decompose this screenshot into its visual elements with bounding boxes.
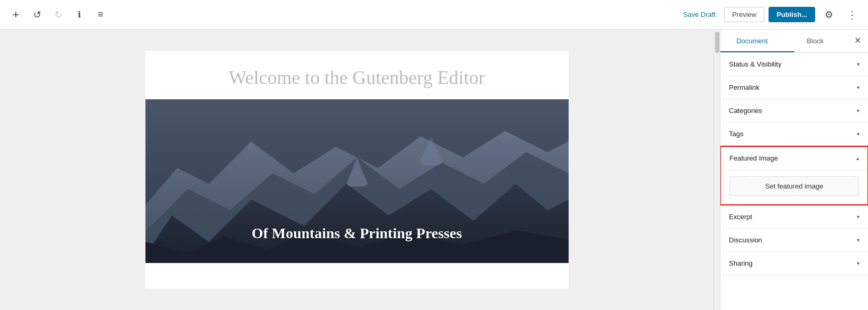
section-label-permalink: Permalink	[729, 83, 760, 91]
toolbar: + ↺ ↻ ℹ ≡ Save Draft Preview Publish... …	[0, 0, 868, 30]
info-button[interactable]: ℹ	[70, 5, 89, 24]
undo-button[interactable]: ↺	[28, 5, 47, 24]
section-label-categories: Categories	[729, 107, 762, 115]
add-block-button[interactable]: +	[6, 5, 25, 24]
section-label-tags: Tags	[729, 130, 743, 138]
undo-icon: ↺	[33, 9, 41, 21]
chevron-down-icon: ▾	[857, 61, 860, 67]
image-overlay-caption: Of Mountains & Printing Presses	[145, 225, 569, 242]
add-icon: +	[13, 8, 20, 22]
chevron-down-icon: ▾	[857, 214, 860, 220]
save-draft-button[interactable]: Save Draft	[679, 7, 720, 22]
chevron-down-icon: ▾	[857, 237, 860, 243]
toolbar-right: Save Draft Preview Publish... ⚙ ⋮	[679, 5, 862, 24]
tab-document[interactable]: Document	[720, 30, 784, 52]
section-header-discussion[interactable]: Discussion ▾	[720, 229, 868, 251]
section-label-featured-image: Featured Image	[729, 154, 778, 162]
chevron-down-icon: ▾	[857, 108, 860, 114]
section-header-permalink[interactable]: Permalink ▾	[720, 76, 868, 99]
sidebar: Document Block ✕ Status & Visibility ▾ P…	[720, 30, 868, 310]
chevron-down-icon: ▾	[857, 131, 860, 137]
section-discussion: Discussion ▾	[720, 229, 868, 252]
chevron-up-icon: ▴	[856, 155, 859, 161]
main-area: Welcome to the Gutenberg Editor	[0, 30, 868, 310]
close-icon: ✕	[854, 35, 861, 45]
section-label-sharing: Sharing	[729, 259, 753, 267]
more-icon: ⋮	[847, 8, 857, 21]
redo-button[interactable]: ↻	[49, 5, 68, 24]
chevron-down-icon: ▾	[857, 260, 860, 266]
close-sidebar-button[interactable]: ✕	[847, 30, 868, 51]
section-header-tags[interactable]: Tags ▾	[720, 123, 868, 145]
info-icon: ℹ	[78, 10, 81, 20]
section-label-discussion: Discussion	[729, 236, 762, 244]
section-tags: Tags ▾	[720, 123, 868, 146]
more-options-button[interactable]: ⋮	[843, 5, 862, 24]
section-label-status-visibility: Status & Visibility	[729, 60, 781, 68]
section-featured-image: Featured Image ▴ Set featured image	[720, 146, 868, 205]
section-header-excerpt[interactable]: Excerpt ▾	[720, 205, 868, 228]
section-header-status-visibility[interactable]: Status & Visibility ▾	[720, 53, 868, 76]
editor-content: Welcome to the Gutenberg Editor	[145, 51, 569, 289]
featured-image-block[interactable]: Of Mountains & Printing Presses	[145, 99, 569, 263]
section-permalink: Permalink ▾	[720, 76, 868, 99]
section-sharing: Sharing ▾	[720, 252, 868, 275]
settings-button[interactable]: ⚙	[819, 5, 838, 24]
section-header-sharing[interactable]: Sharing ▾	[720, 252, 868, 275]
tab-block[interactable]: Block	[784, 30, 847, 52]
list-icon: ≡	[98, 9, 104, 20]
gear-icon: ⚙	[825, 9, 833, 21]
preview-button[interactable]: Preview	[724, 7, 764, 22]
section-header-featured-image[interactable]: Featured Image ▴	[721, 147, 867, 170]
list-view-button[interactable]: ≡	[91, 5, 110, 24]
section-excerpt: Excerpt ▾	[720, 205, 868, 229]
section-label-excerpt: Excerpt	[729, 213, 752, 221]
chevron-down-icon: ▾	[857, 84, 860, 90]
toolbar-left: + ↺ ↻ ℹ ≡	[6, 5, 679, 24]
editor-area: Welcome to the Gutenberg Editor	[0, 30, 714, 310]
publish-button[interactable]: Publish...	[769, 7, 815, 22]
sidebar-tabs: Document Block ✕	[720, 30, 868, 53]
scrollbar-track	[714, 30, 720, 310]
section-header-categories[interactable]: Categories ▾	[720, 99, 868, 122]
redo-icon: ↻	[54, 9, 62, 21]
section-categories: Categories ▾	[720, 99, 868, 123]
scrollbar-thumb[interactable]	[715, 32, 719, 53]
set-featured-image-button[interactable]: Set featured image	[729, 176, 859, 196]
featured-image-body: Set featured image	[721, 170, 867, 204]
section-status-visibility: Status & Visibility ▾	[720, 53, 868, 76]
post-title[interactable]: Welcome to the Gutenberg Editor	[145, 51, 569, 99]
